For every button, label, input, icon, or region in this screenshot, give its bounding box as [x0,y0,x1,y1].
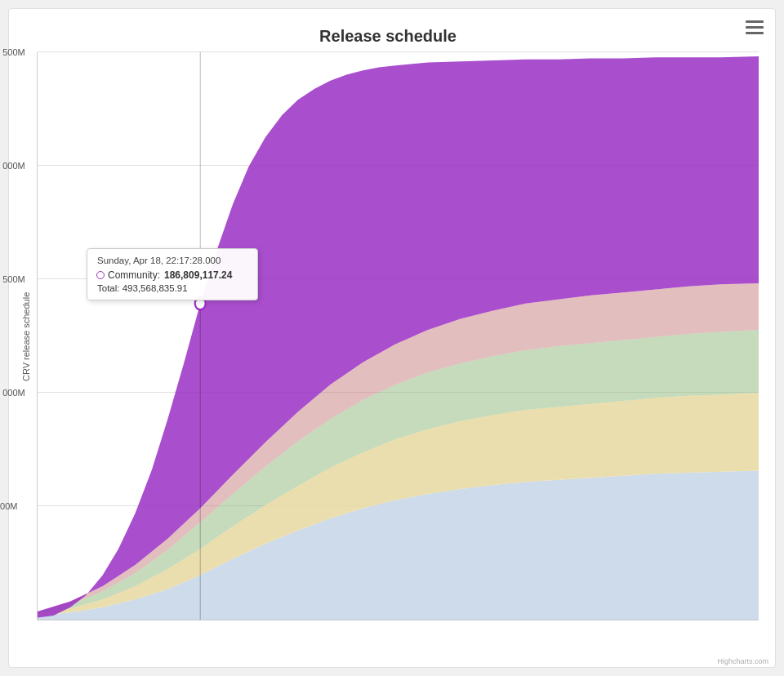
y-label-2000: 2 000M [0,161,25,171]
y-label-1000: 1 000M [0,388,25,398]
chart-title: Release schedule [17,17,759,52]
chart-container: Release schedule CRV release schedule 2 … [8,8,776,668]
chart-area: CRV release schedule 2 500M 2 000M 1 500… [17,52,759,620]
x-axis-labels: (function() { const data = JSON.parse(do… [38,620,759,676]
menu-icon[interactable] [746,20,764,34]
point-marker [195,297,206,309]
area-chart-svg [38,52,759,620]
y-axis-label: CRV release schedule [17,52,35,620]
y-label-1500: 1 500M [0,274,25,284]
y-label-2500: 2 500M [0,47,25,57]
y-label-500: 500M [0,501,18,511]
chart-inner: 2 500M 2 000M 1 500M 1 000M 500M 0 [37,52,759,620]
highcharts-credits: Highcharts.com [717,657,768,665]
